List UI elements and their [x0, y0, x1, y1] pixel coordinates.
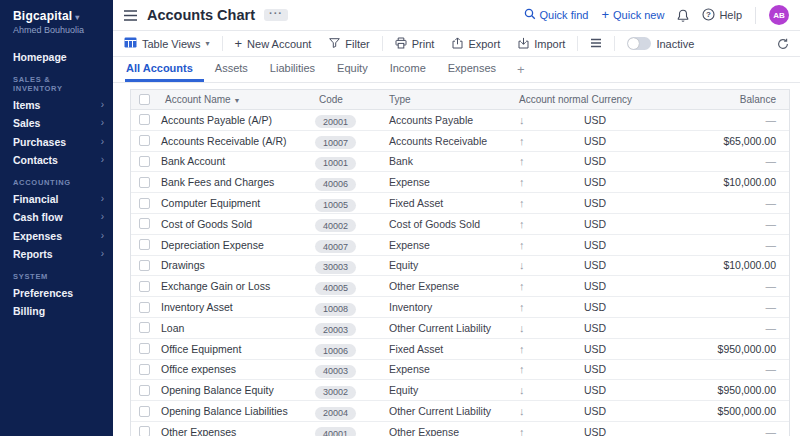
column-header-account-name[interactable]: Account Name▼ — [157, 94, 311, 105]
currency-cell: USD — [581, 197, 661, 209]
print-button[interactable]: Print — [386, 31, 444, 56]
column-header-account-normal[interactable]: Account normal — [513, 94, 588, 105]
row-checkbox[interactable] — [139, 156, 150, 167]
hamburger-menu-icon[interactable] — [124, 10, 137, 21]
table-row-other-expenses[interactable]: Other Expenses40001Other Expense↑USD— — [131, 422, 789, 436]
account-code-cell: 10001 — [311, 152, 381, 170]
row-height-button[interactable] — [581, 31, 611, 56]
quick-find-button[interactable]: Quick find — [524, 8, 589, 22]
account-code-cell: 40003 — [311, 360, 381, 378]
import-button[interactable]: Import — [509, 31, 574, 56]
tab-all-accounts[interactable]: All Accounts — [125, 57, 204, 82]
table-row-office-expenses[interactable]: Office expenses40003Expense↑USD— — [131, 360, 789, 381]
column-header-currency[interactable]: Currency — [588, 94, 668, 105]
table-row-computer-equipment[interactable]: Computer Equipment10005Fixed Asset↑USD— — [131, 193, 789, 214]
account-name-cell: Opening Balance Equity — [157, 384, 311, 396]
sidebar-nav: HomepageSALES & INVENTORYItems›Sales›Pur… — [0, 48, 113, 321]
sidebar-item-expenses[interactable]: Expenses› — [0, 227, 113, 246]
row-checkbox[interactable] — [139, 135, 150, 146]
table-row-accounts-payable-a-p[interactable]: Accounts Payable (A/P)20001Accounts Paya… — [131, 110, 789, 131]
sidebar-item-sales[interactable]: Sales› — [0, 114, 113, 133]
chevron-right-icon: › — [101, 96, 104, 115]
account-type-cell: Accounts Receivable — [381, 135, 513, 147]
sidebar-item-reports[interactable]: Reports› — [0, 245, 113, 264]
row-checkbox[interactable] — [139, 239, 150, 250]
tab-assets[interactable]: Assets — [204, 57, 259, 82]
table-row-bank-account[interactable]: Bank Account10001Bank↑USD— — [131, 152, 789, 173]
account-type-cell: Other Expense — [381, 280, 513, 292]
sidebar-item-contacts[interactable]: Contacts› — [0, 151, 113, 170]
table-row-bank-fees-and-charges[interactable]: Bank Fees and Charges40006Expense↑USD$10… — [131, 172, 789, 193]
select-all-checkbox[interactable] — [139, 94, 150, 105]
row-checkbox[interactable] — [139, 385, 150, 396]
account-name-cell: Bank Account — [157, 155, 311, 167]
row-checkbox[interactable] — [139, 322, 150, 333]
currency-cell: USD — [581, 176, 661, 188]
sidebar-item-financial[interactable]: Financial› — [0, 190, 113, 209]
notifications-bell-icon[interactable] — [677, 9, 689, 22]
refresh-button[interactable] — [777, 38, 789, 50]
new-account-button[interactable]: + New Account — [226, 31, 321, 56]
balance-cell: — — [661, 218, 789, 230]
currency-cell: USD — [581, 405, 661, 417]
row-checkbox[interactable] — [139, 302, 150, 313]
account-code-cell: 40006 — [311, 173, 381, 191]
account-code-cell: 40007 — [311, 236, 381, 254]
more-options-button[interactable]: ··· — [264, 9, 288, 21]
inactive-toggle[interactable] — [627, 37, 651, 50]
table-row-office-equipment[interactable]: Office Equipment10006Fixed Asset↑USD$950… — [131, 339, 789, 360]
table-row-accounts-receivable-a-r[interactable]: Accounts Receivable (A/R)10007Accounts R… — [131, 131, 789, 152]
table-row-opening-balance-equity[interactable]: Opening Balance Equity30002Equity↓USD$95… — [131, 380, 789, 401]
tab-liabilities[interactable]: Liabilities — [259, 57, 326, 82]
sidebar-item-cash-flow[interactable]: Cash flow› — [0, 208, 113, 227]
help-button[interactable]: ? Help — [702, 8, 742, 23]
export-button[interactable]: Export — [443, 31, 509, 56]
row-checkbox[interactable] — [139, 426, 150, 436]
sidebar-item-billing[interactable]: Billing — [0, 302, 113, 321]
filter-button[interactable]: Filter — [320, 31, 378, 56]
sidebar-item-items[interactable]: Items› — [0, 96, 113, 115]
tab-equity[interactable]: Equity — [326, 57, 379, 82]
table-row-drawings[interactable]: Drawings30003Equity↓USD$10,000.00 — [131, 256, 789, 277]
account-type-cell: Fixed Asset — [381, 197, 513, 209]
sidebar-item-label: Sales — [13, 114, 40, 133]
table-row-cost-of-goods-sold[interactable]: Cost of Goods Sold40002Cost of Goods Sol… — [131, 214, 789, 235]
row-checkbox[interactable] — [139, 260, 150, 271]
column-header-balance[interactable]: Balance — [668, 94, 789, 105]
sidebar-item-preferences[interactable]: Preferences — [0, 284, 113, 303]
sidebar-item-homepage[interactable]: Homepage — [0, 48, 113, 67]
table-row-inventory-asset[interactable]: Inventory Asset10008Inventory↑USD— — [131, 297, 789, 318]
balance-cell: $950,000.00 — [661, 343, 789, 355]
add-tab-button[interactable]: + — [507, 57, 535, 82]
table-row-depreciation-expense[interactable]: Depreciation Expense40007Expense↑USD— — [131, 235, 789, 256]
arrow-up-icon: ↑ — [513, 239, 581, 251]
brand-menu[interactable]: Bigcapital▾ — [0, 9, 113, 23]
row-checkbox[interactable] — [139, 364, 150, 375]
table-row-exchange-gain-or-loss[interactable]: Exchange Gain or Loss40005Other Expense↑… — [131, 276, 789, 297]
quick-new-button[interactable]: + Quick new — [601, 9, 664, 21]
avatar[interactable]: AB — [769, 5, 789, 25]
table-views-button[interactable]: Table Views ▾ — [124, 31, 219, 56]
account-type-cell: Other Expense — [381, 426, 513, 436]
row-checkbox[interactable] — [139, 177, 150, 188]
table-row-loan[interactable]: Loan20003Other Current Liability↓USD— — [131, 318, 789, 339]
tab-expenses[interactable]: Expenses — [437, 57, 507, 82]
row-checkbox[interactable] — [139, 218, 150, 229]
row-checkbox[interactable] — [139, 343, 150, 354]
table-row-opening-balance-liabilities[interactable]: Opening Balance Liabilities20004Other Cu… — [131, 401, 789, 422]
column-header-type[interactable]: Type — [381, 94, 513, 105]
row-checkbox-cell — [131, 135, 157, 146]
chevron-right-icon: › — [101, 190, 104, 209]
row-checkbox-cell — [131, 114, 157, 125]
column-header-code[interactable]: Code — [311, 94, 381, 105]
account-name-cell: Exchange Gain or Loss — [157, 280, 311, 292]
chevron-right-icon: › — [101, 151, 104, 170]
row-checkbox[interactable] — [139, 114, 150, 125]
currency-cell: USD — [581, 363, 661, 375]
tab-income[interactable]: Income — [379, 57, 437, 82]
sort-caret-icon: ▼ — [234, 97, 241, 104]
row-checkbox[interactable] — [139, 281, 150, 292]
sidebar-item-purchases[interactable]: Purchases› — [0, 133, 113, 152]
row-checkbox[interactable] — [139, 198, 150, 209]
row-checkbox[interactable] — [139, 406, 150, 417]
